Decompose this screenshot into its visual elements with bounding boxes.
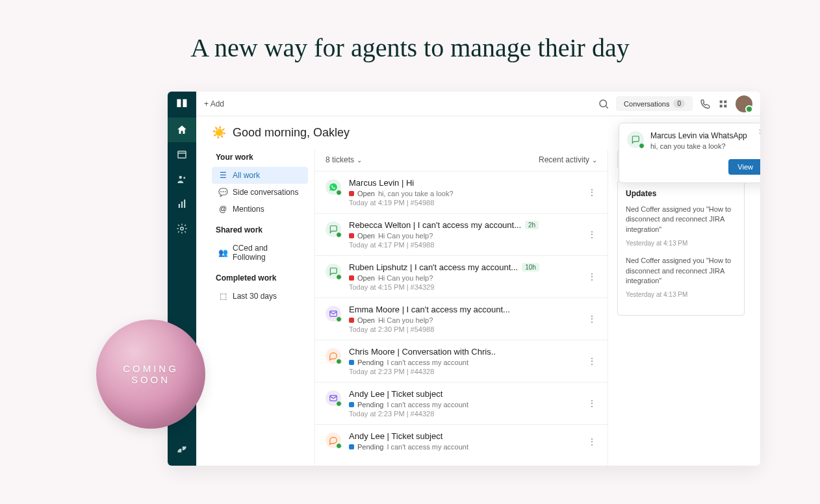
ticket-row[interactable]: Emma Moore | I can't access my account..…: [315, 297, 608, 340]
ticket-preview: I can't access my account: [387, 359, 468, 366]
rail-home[interactable]: [168, 118, 196, 142]
ticket-title: Ruben Lipshutz | I can't access my accou…: [349, 262, 579, 272]
svg-rect-0: [178, 151, 186, 158]
sidebar-item-cced[interactable]: 👥CCed and Following: [212, 240, 308, 266]
status-dot: [349, 275, 354, 281]
topbar: + Add Conversations 0: [196, 92, 760, 116]
ticket-status: Open: [357, 232, 375, 240]
sidebar-label-last30: Last 30 days: [233, 292, 277, 301]
more-icon[interactable]: ⋮: [587, 347, 597, 375]
whatsapp-icon: [326, 179, 341, 195]
ticket-title: Emma Moore | I can't access my account..…: [349, 305, 579, 314]
svg-rect-9: [724, 100, 726, 103]
mail-icon: [326, 390, 341, 406]
status-dot: [349, 444, 354, 449]
ticket-row[interactable]: Andy Lee | Ticket subject Pending I can'…: [315, 382, 608, 424]
more-icon[interactable]: ⋮: [587, 431, 597, 452]
status-dot: [349, 233, 354, 238]
phone-icon[interactable]: [699, 98, 711, 110]
ticket-row[interactable]: Rebecca Welton | I can't access my accou…: [315, 213, 608, 255]
add-button[interactable]: + Add: [204, 99, 224, 108]
svg-rect-5: [184, 199, 185, 208]
ticket-preview: Hi Can you help?: [378, 316, 433, 324]
updates-panel: Updates Ned Coffer assigned you "How to …: [617, 181, 745, 316]
sidebar-label-cced: CCed and Following: [233, 244, 301, 262]
svg-rect-8: [720, 100, 723, 103]
cube-icon: ⬚: [218, 292, 227, 301]
people-icon: 👥: [218, 248, 227, 257]
work-sidebar: Your work ☰All work 💬Side conversations …: [212, 150, 314, 466]
ticket-row[interactable]: Chris Moore | Conversation with Chris.. …: [315, 340, 608, 382]
chat-icon: 💬: [218, 188, 227, 197]
ticket-row[interactable]: Andy Lee | Ticket subject Pending I can'…: [315, 424, 608, 459]
ticket-status: Open: [357, 190, 375, 197]
conversations-button[interactable]: Conversations 0: [616, 96, 693, 111]
ticket-list: 8 tickets⌄ Recent activity⌄ Marcus Levin…: [314, 150, 608, 466]
more-icon[interactable]: ⋮: [587, 220, 597, 249]
zendesk-icon[interactable]: [168, 437, 196, 462]
sidebar-item-all-work[interactable]: ☰All work: [212, 167, 308, 184]
more-icon[interactable]: ⋮: [587, 305, 597, 333]
sidebar-label-side-conv: Side conversations: [233, 188, 298, 197]
svg-rect-10: [720, 105, 723, 107]
sidebar-item-mentions[interactable]: @Mentions: [212, 201, 308, 218]
ticket-title: Rebecca Welton | I can't access my accou…: [349, 220, 579, 230]
svg-point-7: [600, 100, 607, 107]
apps-icon[interactable]: [717, 98, 729, 110]
chevron-down-icon: ⌄: [592, 157, 597, 164]
close-icon[interactable]: ✕: [758, 127, 760, 136]
more-icon[interactable]: ⋮: [587, 262, 597, 291]
ticket-preview: I can't access my account: [387, 443, 468, 451]
toast-title: Marcus Levin via WhatsApp: [650, 131, 747, 140]
sort-dropdown[interactable]: Recent activity⌄: [539, 155, 597, 164]
ticket-title: Andy Lee | Ticket subject: [349, 389, 579, 399]
app-window: ▮▮ + Add Conversations 0 ☀️ Good morning…: [168, 92, 760, 466]
rail-customers[interactable]: [168, 167, 196, 192]
ticket-meta: Today at 4:15 PM | #34329: [349, 283, 579, 291]
chat-icon: [326, 221, 341, 237]
sidebar-item-last30[interactable]: ⬚Last 30 days: [212, 288, 308, 305]
updates-title: Updates: [626, 189, 736, 198]
sidebar-item-side-conv[interactable]: 💬Side conversations: [212, 184, 308, 201]
status-dot: [349, 360, 354, 365]
greeting-text: Good morning, Oakley: [233, 126, 350, 140]
ticket-meta: Today at 2:23 PM | #44328: [349, 368, 579, 375]
svg-rect-3: [179, 204, 180, 208]
svg-point-6: [181, 227, 184, 231]
conversations-count: 0: [673, 99, 685, 108]
right-panel: GOOD BAD SOLVED Updates Ned Coffer assig…: [608, 150, 745, 466]
status-dot: [349, 191, 354, 196]
list-icon: ☰: [218, 171, 227, 180]
update-time: Yesterday at 4:13 PM: [626, 291, 736, 298]
ticket-status: Pending: [357, 401, 383, 409]
ticket-meta: Today at 2:23 PM | #44328: [349, 410, 579, 418]
ticket-meta: Today at 4:17 PM | #54988: [349, 241, 579, 249]
rail-admin[interactable]: [168, 216, 196, 241]
view-button[interactable]: View: [728, 159, 760, 175]
coming-soon-badge: COMING SOON: [96, 320, 205, 429]
search-icon[interactable]: [598, 98, 609, 110]
notification-toast: ✕ Marcus Levin via WhatsApp hi, can you …: [619, 123, 760, 183]
ticket-preview: Hi Can you help?: [378, 232, 433, 240]
at-icon: @: [218, 205, 227, 214]
user-avatar[interactable]: [736, 95, 752, 112]
chevron-down-icon: ⌄: [357, 157, 362, 164]
svg-point-2: [183, 177, 185, 179]
ticket-age: 2h: [525, 221, 539, 229]
chat-icon: [326, 264, 341, 279]
more-icon[interactable]: ⋮: [587, 389, 597, 418]
update-item[interactable]: Ned Coffer assigned you "How to disconne…: [626, 256, 736, 286]
section-shared-work: Shared work: [216, 225, 308, 234]
conversations-label: Conversations: [624, 100, 669, 108]
rail-reports[interactable]: [168, 192, 196, 216]
more-icon[interactable]: ⋮: [587, 178, 597, 207]
section-completed-work: Completed work: [216, 273, 308, 283]
sidebar-label-mentions: Mentions: [233, 205, 264, 214]
status-dot: [349, 402, 354, 407]
ticket-preview: I can't access my account: [387, 401, 468, 409]
ticket-row[interactable]: Ruben Lipshutz | I can't access my accou…: [315, 255, 608, 297]
ticket-row[interactable]: Marcus Levin | Hi Open hi, can you take …: [315, 171, 608, 213]
ticket-count[interactable]: 8 tickets⌄: [326, 155, 362, 164]
update-item[interactable]: Ned Coffer assigned you "How to disconne…: [626, 205, 736, 234]
rail-views[interactable]: [168, 142, 196, 167]
